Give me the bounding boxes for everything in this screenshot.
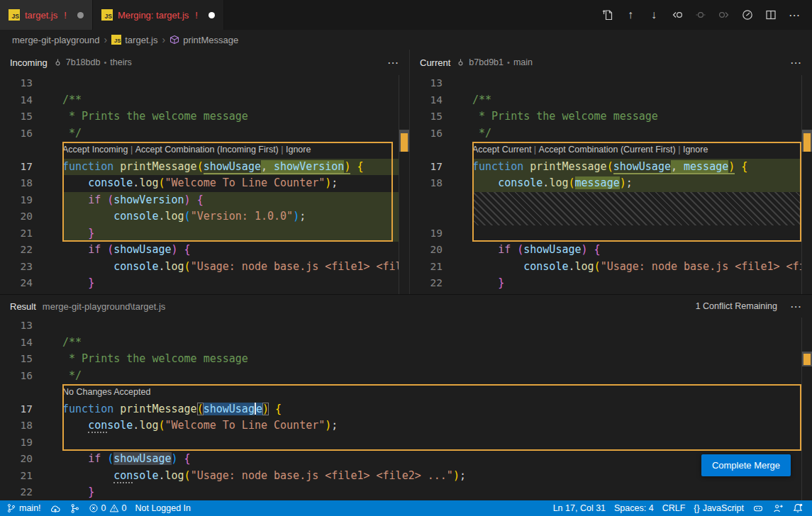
pane-divider[interactable]	[409, 50, 410, 294]
line-number: 20	[410, 242, 472, 259]
code-line: 19	[410, 225, 812, 242]
incoming-editor[interactable]: 1314/**15 * Prints the welcome message16…	[0, 75, 409, 294]
code-line: 23 console.log("Usage: node base.js <fil…	[0, 259, 409, 276]
line-number: 21	[0, 468, 62, 485]
source-control-graph-button[interactable]	[65, 500, 84, 516]
copilot-icon	[752, 503, 764, 514]
conflict-action-link[interactable]: Accept Combination (Incoming First)	[135, 142, 279, 159]
line-number	[410, 192, 472, 225]
incoming-pane-header: Incoming 7b18bdb • theirs ⋯	[0, 50, 409, 75]
branch-status[interactable]: main!	[2, 500, 45, 516]
tab-target-js[interactable]: JS target.js !	[0, 0, 93, 30]
previous-change-icon[interactable]	[668, 6, 686, 24]
more-actions-icon[interactable]: ⋯	[785, 6, 803, 24]
current-change-icon[interactable]	[691, 6, 710, 24]
breadcrumb-file[interactable]: JS target.js	[111, 35, 157, 45]
code-line: 15 * Prints the welcome message	[0, 351, 812, 368]
code-line: 14/**	[0, 92, 409, 109]
split-editor-icon[interactable]	[762, 6, 780, 24]
code-line: 22 }	[0, 484, 812, 501]
feedback-button[interactable]	[768, 500, 788, 516]
conflict-action-link[interactable]: Ignore	[286, 142, 311, 159]
line-number: 17	[0, 401, 62, 418]
code-line: 15 * Prints the welcome message	[0, 108, 409, 125]
modified-dot-icon[interactable]	[208, 12, 215, 18]
code-line: 18 console.log(message);	[410, 175, 812, 192]
code-line: 15 * Prints the welcome message	[410, 108, 812, 125]
code-line: 17function printMessage(showUsage) {	[0, 401, 812, 418]
code-line: 24 }	[0, 275, 409, 292]
conflict-actions-row: Accept Current | Accept Combination (Cur…	[410, 142, 812, 159]
result-file-path: merge-git-playground\target.js	[43, 301, 165, 312]
conflict-action-link[interactable]: Accept Current	[472, 142, 531, 159]
line-number: 15	[0, 351, 62, 368]
complete-merge-button[interactable]: Complete Merge	[701, 454, 791, 476]
code-line: 18 console.log("Welcome To Line Counter"…	[0, 417, 812, 434]
line-number: 22	[0, 242, 62, 259]
javascript-file-icon: JS	[101, 9, 113, 21]
eol-setting[interactable]: CRLF	[658, 500, 690, 516]
code-line: 14/**	[410, 92, 812, 109]
conflict-flag: !	[195, 10, 198, 21]
line-number: 18	[0, 417, 62, 434]
line-number: 23	[0, 259, 62, 276]
pane-title: Incoming	[10, 57, 48, 68]
code-line: 21 console.log("Usage: node base.js <fil…	[0, 468, 812, 485]
code-line: 17function printMessage(showUsage, messa…	[410, 159, 812, 176]
notifications-button[interactable]	[788, 500, 808, 516]
code-line: 16 */	[0, 368, 812, 385]
code-line: 21 console.log("Usage: node base.js <fil…	[410, 259, 812, 276]
more-actions-icon[interactable]: ⋯	[790, 300, 802, 313]
incoming-pane: Incoming 7b18bdb • theirs ⋯ 1314/**15 * …	[0, 50, 409, 294]
breadcrumb-folder[interactable]: merge-git-playground	[12, 35, 100, 45]
cursor-position[interactable]: Ln 17, Col 31	[549, 500, 610, 516]
code-line: 16 */	[410, 125, 812, 142]
overview-ruler	[399, 75, 409, 294]
revert-file-icon[interactable]	[598, 6, 616, 24]
copilot-status[interactable]	[748, 500, 768, 516]
breadcrumb-symbol[interactable]: printMessage	[169, 35, 238, 45]
conflict-action-link[interactable]: Accept Incoming	[62, 142, 128, 159]
clock-icon[interactable]	[738, 6, 757, 24]
language-mode[interactable]: {} JavaScript	[689, 500, 748, 516]
person-arrow-icon	[772, 503, 784, 514]
current-pane: Current b7bd9b1 • main ⋯ 1314/**15 * Pri…	[410, 50, 812, 294]
tab-merging-target-js[interactable]: JS Merging: target.js !	[93, 0, 224, 30]
line-number	[0, 384, 62, 401]
code-line: 16 */	[0, 125, 409, 142]
code-line: 20 if (showUsage) {	[410, 242, 812, 259]
overview-ruler	[801, 75, 812, 294]
conflict-action-link[interactable]: Ignore	[683, 142, 708, 159]
code-line: 13	[0, 75, 409, 92]
source-control-graph-icon	[69, 503, 80, 514]
modified-dot-icon[interactable]	[77, 12, 84, 18]
git-branch-icon	[6, 503, 16, 513]
publish-changes-button[interactable]	[45, 500, 65, 516]
indentation-setting[interactable]: Spaces: 4	[610, 500, 658, 516]
conflict-action-link[interactable]: Accept Combination (Current First)	[539, 142, 676, 159]
line-number: 20	[0, 451, 62, 468]
next-conflict-icon[interactable]: ↓	[645, 6, 663, 24]
next-change-icon[interactable]	[715, 6, 733, 24]
previous-conflict-icon[interactable]: ↑	[621, 6, 640, 24]
login-status[interactable]: Not Logged In	[130, 500, 195, 516]
overview-ruler	[801, 318, 812, 501]
more-actions-icon[interactable]: ⋯	[790, 56, 802, 69]
javascript-file-icon: JS	[9, 9, 20, 21]
code-line: 19	[0, 434, 812, 452]
result-editor[interactable]: 1314/**15 * Prints the welcome message16…	[0, 318, 812, 501]
pane-title: Current	[420, 57, 450, 68]
breadcrumb-separator: ›	[104, 34, 108, 45]
vscode-window: JS target.js ! JS Merging: target.js ! ↑…	[0, 0, 812, 516]
line-number: 21	[0, 225, 62, 242]
problems-status[interactable]: 0 0	[84, 500, 131, 516]
code-line: 18 console.log("Welcome To Line Counter"…	[0, 175, 409, 192]
current-editor[interactable]: 1314/**15 * Prints the welcome message16…	[410, 75, 812, 294]
line-number: 18	[410, 175, 472, 192]
code-line: 20 if (showUsage) {	[0, 451, 812, 468]
conflict-actions-row: Accept Incoming | Accept Combination (In…	[0, 142, 409, 159]
line-number: 13	[0, 75, 62, 92]
more-actions-icon[interactable]: ⋯	[387, 56, 399, 69]
line-number: 24	[0, 275, 62, 292]
pane-title: Result	[10, 301, 36, 312]
